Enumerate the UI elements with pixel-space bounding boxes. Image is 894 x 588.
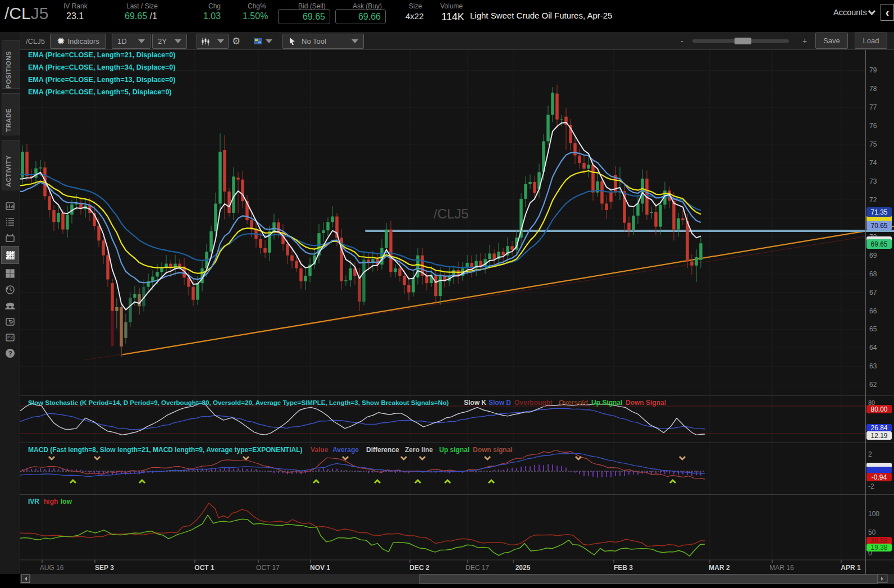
svg-text:100: 100 (868, 510, 879, 518)
svg-text:74: 74 (869, 159, 877, 167)
svg-text:69.65: 69.65 (870, 240, 887, 248)
svg-text:Difference: Difference (366, 446, 399, 454)
svg-text:Overbought: Overbought (514, 399, 553, 407)
svg-text:Down signal: Down signal (473, 446, 513, 454)
svg-text:high: high (44, 498, 58, 505)
svg-text:MACD (Fast length=8, Slow leng: MACD (Fast length=8, Slow length=21, MAC… (28, 446, 303, 454)
svg-text:77: 77 (869, 103, 877, 111)
svg-text:26.84: 26.84 (870, 424, 887, 432)
svg-text:65: 65 (869, 325, 877, 333)
svg-text:low: low (61, 498, 72, 505)
svg-text:FX: FX (7, 335, 13, 340)
svg-text:MAR 16: MAR 16 (769, 564, 794, 572)
svg-text:DEC 17: DEC 17 (466, 564, 489, 572)
svg-text:IVR: IVR (28, 498, 39, 505)
svg-text:69: 69 (869, 252, 877, 259)
svg-text:DEC 2: DEC 2 (409, 564, 430, 572)
svg-text:NOV 1: NOV 1 (310, 564, 330, 572)
svg-text:76: 76 (869, 122, 877, 130)
svg-text:Zero line: Zero line (405, 446, 433, 454)
svg-text:Slow D: Slow D (489, 399, 511, 407)
svg-text:12.19: 12.19 (870, 432, 887, 440)
svg-text:Up Signal: Up Signal (591, 399, 622, 407)
svg-text:67: 67 (869, 289, 877, 297)
svg-text:50: 50 (868, 528, 876, 536)
svg-text:80.00: 80.00 (870, 405, 887, 413)
svg-text:Slow K: Slow K (464, 399, 486, 407)
svg-text:2025: 2025 (516, 564, 531, 572)
svg-text:71.35: 71.35 (870, 208, 887, 216)
svg-text:72: 72 (869, 196, 877, 204)
svg-text:73: 73 (869, 177, 877, 185)
svg-text:SEP 3: SEP 3 (95, 564, 114, 572)
svg-text:70.65: 70.65 (870, 222, 887, 230)
svg-text:66: 66 (869, 307, 877, 315)
svg-text:19.38: 19.38 (870, 544, 887, 551)
svg-text:OCT 1: OCT 1 (194, 564, 215, 572)
svg-text:Slow Stochastic (K Period=14,: Slow Stochastic (K Period=14, D Period=9… (28, 399, 449, 406)
svg-text:78: 78 (869, 85, 877, 93)
svg-text:FEB 3: FEB 3 (614, 564, 633, 572)
svg-text:Down Signal: Down Signal (626, 399, 666, 407)
svg-text:64: 64 (869, 344, 877, 352)
svg-text:AUG 16: AUG 16 (40, 564, 64, 572)
svg-text:MAR 2: MAR 2 (709, 564, 730, 572)
svg-text:79: 79 (869, 66, 877, 74)
svg-text:75: 75 (869, 140, 877, 148)
svg-text:2: 2 (868, 450, 872, 458)
svg-text:-0.94: -0.94 (872, 473, 887, 481)
svg-text:68: 68 (869, 270, 877, 278)
svg-text:Average: Average (332, 446, 359, 454)
svg-text:62: 62 (869, 381, 877, 389)
svg-text:-2: -2 (868, 482, 874, 490)
svg-text:Value: Value (311, 446, 329, 454)
svg-text:/CLJ5: /CLJ5 (434, 206, 469, 221)
svg-text:Up signal: Up signal (439, 446, 469, 454)
svg-text:?: ? (8, 350, 12, 357)
svg-text:APR 1: APR 1 (841, 564, 861, 572)
svg-text:63: 63 (869, 362, 877, 370)
svg-text:OCT 17: OCT 17 (256, 564, 280, 572)
svg-text:Oversold: Oversold (559, 399, 588, 407)
